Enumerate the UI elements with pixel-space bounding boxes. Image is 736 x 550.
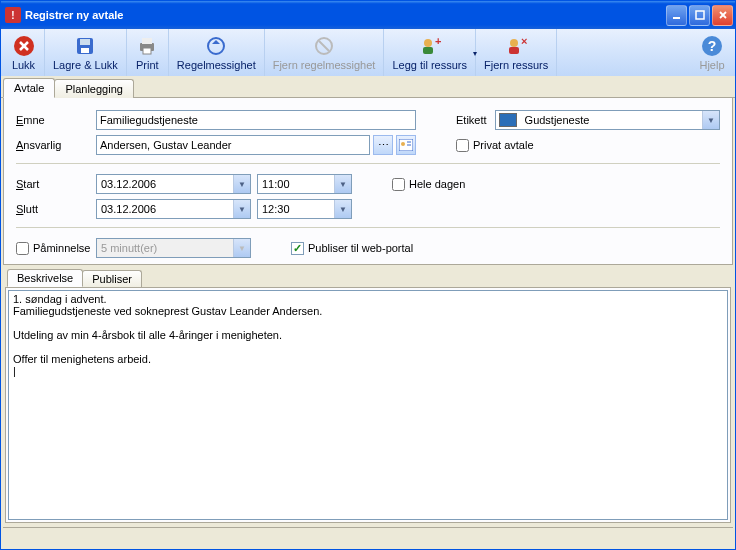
minimize-button[interactable]	[666, 5, 687, 26]
svg-point-20	[510, 39, 518, 47]
toolbar: Lukk Lagre & Lukk Print Regelmessighet F…	[1, 29, 735, 77]
publiser-checkbox[interactable]: ✓ Publiser til web-portal	[291, 242, 413, 255]
print-button[interactable]: Print	[127, 29, 169, 76]
slutt-date-input[interactable]: 03.12.2006 ▼	[96, 199, 251, 219]
remove-resource-icon: ×	[505, 35, 527, 57]
tab-avtale[interactable]: Avtale	[3, 78, 55, 98]
privat-checkbox[interactable]: Privat avtale	[456, 139, 534, 152]
legg-til-ressurs-button[interactable]: + Legg til ressurs ▾	[384, 29, 476, 76]
window: ! Registrer ny avtale Lukk Lagre & Lukk …	[0, 0, 736, 550]
fjern-ressurs-button[interactable]: × Fjern ressurs	[476, 29, 557, 76]
toolbar-spacer	[557, 29, 691, 76]
statusbar	[3, 527, 733, 547]
chevron-down-icon: ▼	[233, 239, 250, 257]
svg-text:+: +	[435, 35, 441, 47]
lukk-button[interactable]: Lukk	[3, 29, 45, 76]
paminnelse-checkbox[interactable]: Påminnelse	[16, 242, 96, 255]
print-icon	[136, 35, 158, 57]
svg-text:×: ×	[521, 35, 527, 47]
svg-text:?: ?	[708, 38, 717, 54]
check-icon: ✓	[293, 242, 302, 255]
main-tabs: Avtale Planlegging	[1, 76, 735, 98]
remove-recurrence-icon	[313, 35, 335, 57]
emne-label: Emne	[16, 114, 96, 126]
emne-input[interactable]	[96, 110, 416, 130]
svg-rect-1	[696, 11, 704, 19]
close-button[interactable]	[712, 5, 733, 26]
slutt-label: Slutt	[16, 203, 96, 215]
app-icon: !	[5, 7, 21, 23]
form-area: Emne Etikett Gudstjeneste ▼ Ansvarlig ⋯ …	[3, 98, 733, 265]
svg-rect-8	[80, 39, 90, 45]
lagre-lukk-button[interactable]: Lagre & Lukk	[45, 29, 127, 76]
start-date-input[interactable]: 03.12.2006 ▼	[96, 174, 251, 194]
etikett-color-swatch	[499, 113, 517, 127]
svg-rect-0	[673, 17, 680, 19]
svg-rect-21	[509, 47, 519, 54]
chevron-down-icon[interactable]: ▼	[334, 175, 351, 193]
window-title: Registrer ny avtale	[25, 9, 666, 21]
titlebar: ! Registrer ny avtale	[1, 1, 735, 29]
chevron-down-icon[interactable]: ▼	[233, 200, 250, 218]
maximize-button[interactable]	[689, 5, 710, 26]
ansvarlig-card-button[interactable]	[396, 135, 416, 155]
heledagen-checkbox[interactable]: Hele dagen	[392, 178, 465, 191]
chevron-down-icon[interactable]: ▼	[702, 111, 719, 129]
chevron-down-icon[interactable]: ▼	[334, 200, 351, 218]
svg-point-26	[401, 142, 405, 146]
svg-marker-14	[212, 40, 220, 44]
start-time-input[interactable]: 11:00 ▼	[257, 174, 352, 194]
chevron-down-icon[interactable]: ▼	[233, 175, 250, 193]
paminnelse-select: 5 minutt(er) ▼	[96, 238, 251, 258]
svg-rect-12	[143, 48, 151, 54]
close-circle-icon	[13, 35, 35, 57]
regelmessighet-button[interactable]: Regelmessighet	[169, 29, 265, 76]
help-icon: ?	[701, 35, 723, 57]
description-textarea[interactable]	[8, 290, 728, 520]
ansvarlig-browse-button[interactable]: ⋯	[373, 135, 393, 155]
svg-rect-11	[142, 38, 152, 44]
svg-point-17	[424, 39, 432, 47]
description-area	[5, 287, 731, 523]
recurrence-icon	[205, 35, 227, 57]
ansvarlig-label: Ansvarlig	[16, 139, 96, 151]
etikett-label: Etikett	[456, 114, 487, 126]
separator	[16, 163, 720, 164]
hjelp-button[interactable]: ? Hjelp	[691, 29, 733, 76]
separator	[16, 227, 720, 228]
svg-rect-9	[81, 48, 89, 53]
ansvarlig-input[interactable]	[96, 135, 370, 155]
description-tabs: Beskrivelse Publiser	[3, 267, 733, 287]
tab-planlegging[interactable]: Planlegging	[54, 79, 134, 98]
save-icon	[74, 35, 96, 57]
fjern-regelmessighet-button: Fjern regelmessighet	[265, 29, 385, 76]
add-resource-icon: +	[419, 35, 441, 57]
etikett-select[interactable]: Gudstjeneste ▼	[495, 110, 720, 130]
svg-line-16	[319, 41, 329, 51]
svg-rect-18	[423, 47, 433, 54]
slutt-time-input[interactable]: 12:30 ▼	[257, 199, 352, 219]
start-label: Start	[16, 178, 96, 190]
tab-beskrivelse[interactable]: Beskrivelse	[7, 269, 83, 287]
tab-publiser[interactable]: Publiser	[82, 270, 142, 287]
